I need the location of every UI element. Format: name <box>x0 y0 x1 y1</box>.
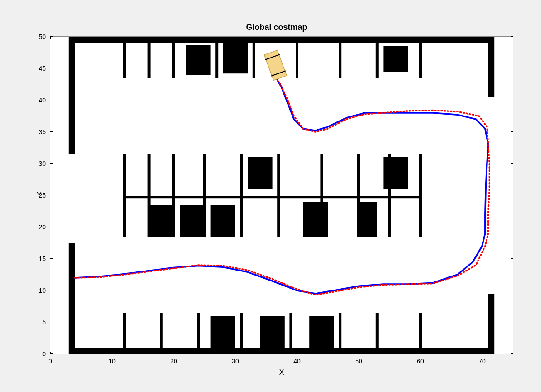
svg-rect-23 <box>253 43 255 78</box>
chart-container: Global costmap Y X 051015202530354045500… <box>27 23 526 376</box>
svg-rect-14 <box>303 202 328 237</box>
svg-rect-28 <box>124 196 420 198</box>
svg-rect-57 <box>264 50 287 81</box>
plot-area: Y X 05101520253035404550010203040506070 <box>50 36 513 354</box>
svg-rect-47 <box>419 154 422 195</box>
x-tick: 70 <box>478 358 486 365</box>
svg-rect-53 <box>289 313 292 348</box>
svg-rect-27 <box>419 43 422 78</box>
svg-rect-17 <box>260 316 284 348</box>
svg-rect-22 <box>215 43 218 78</box>
svg-rect-7 <box>223 43 248 73</box>
y-tick: 45 <box>32 65 46 72</box>
plot-svg <box>50 37 513 354</box>
x-tick: 20 <box>170 358 177 365</box>
svg-rect-12 <box>180 205 205 237</box>
svg-rect-50 <box>160 313 163 348</box>
svg-rect-31 <box>148 154 151 195</box>
y-tick: 30 <box>32 160 46 167</box>
svg-rect-8 <box>383 46 408 72</box>
chart-title: Global costmap <box>27 23 526 32</box>
svg-rect-32 <box>148 195 151 237</box>
y-tick: 40 <box>32 97 46 104</box>
svg-rect-38 <box>240 195 243 237</box>
svg-rect-1 <box>69 348 494 354</box>
x-tick: 0 <box>49 358 52 365</box>
x-tick: 40 <box>293 358 301 365</box>
svg-rect-54 <box>339 313 341 348</box>
svg-rect-46 <box>388 195 391 237</box>
y-tick: 25 <box>32 192 46 199</box>
svg-rect-21 <box>172 43 175 78</box>
svg-rect-43 <box>357 154 360 195</box>
y-tick: 0 <box>32 350 46 358</box>
svg-rect-34 <box>172 195 175 237</box>
x-tick: 50 <box>355 358 362 365</box>
svg-rect-52 <box>240 313 243 348</box>
svg-rect-3 <box>69 43 75 154</box>
y-tick: 10 <box>32 287 46 294</box>
svg-rect-11 <box>149 205 174 237</box>
svg-rect-51 <box>197 313 200 348</box>
y-tick: 50 <box>32 33 46 40</box>
svg-rect-39 <box>277 154 280 195</box>
svg-rect-0 <box>69 37 494 43</box>
svg-rect-5 <box>488 43 495 97</box>
svg-rect-35 <box>203 154 206 195</box>
svg-rect-45 <box>388 154 391 195</box>
x-tick: 10 <box>108 358 116 365</box>
svg-rect-2 <box>69 243 75 348</box>
svg-rect-55 <box>376 313 379 348</box>
svg-rect-9 <box>248 157 272 189</box>
svg-rect-37 <box>240 154 243 195</box>
svg-rect-29 <box>123 154 126 195</box>
svg-rect-4 <box>488 294 495 348</box>
svg-rect-44 <box>357 195 360 237</box>
svg-rect-18 <box>309 316 334 348</box>
svg-rect-48 <box>419 195 422 237</box>
svg-rect-15 <box>359 202 377 237</box>
svg-rect-25 <box>339 43 341 78</box>
svg-rect-6 <box>186 45 210 75</box>
svg-rect-56 <box>419 313 422 348</box>
svg-rect-24 <box>296 43 298 78</box>
svg-rect-42 <box>320 195 323 237</box>
y-tick: 15 <box>32 255 46 262</box>
x-tick: 30 <box>232 358 239 365</box>
svg-rect-40 <box>277 195 280 237</box>
svg-rect-41 <box>320 154 323 195</box>
svg-rect-13 <box>211 205 235 237</box>
svg-rect-19 <box>123 43 126 78</box>
svg-rect-33 <box>172 154 175 195</box>
y-tick: 35 <box>32 128 46 136</box>
svg-rect-26 <box>376 43 379 78</box>
svg-rect-16 <box>211 316 235 348</box>
x-axis-label: X <box>279 368 284 377</box>
y-tick: 20 <box>32 223 46 231</box>
svg-rect-30 <box>123 195 126 237</box>
svg-rect-36 <box>203 195 206 237</box>
svg-rect-10 <box>383 157 408 189</box>
x-tick: 60 <box>417 358 424 365</box>
y-tick: 5 <box>32 319 46 326</box>
svg-rect-20 <box>148 43 151 78</box>
svg-rect-49 <box>123 313 126 348</box>
